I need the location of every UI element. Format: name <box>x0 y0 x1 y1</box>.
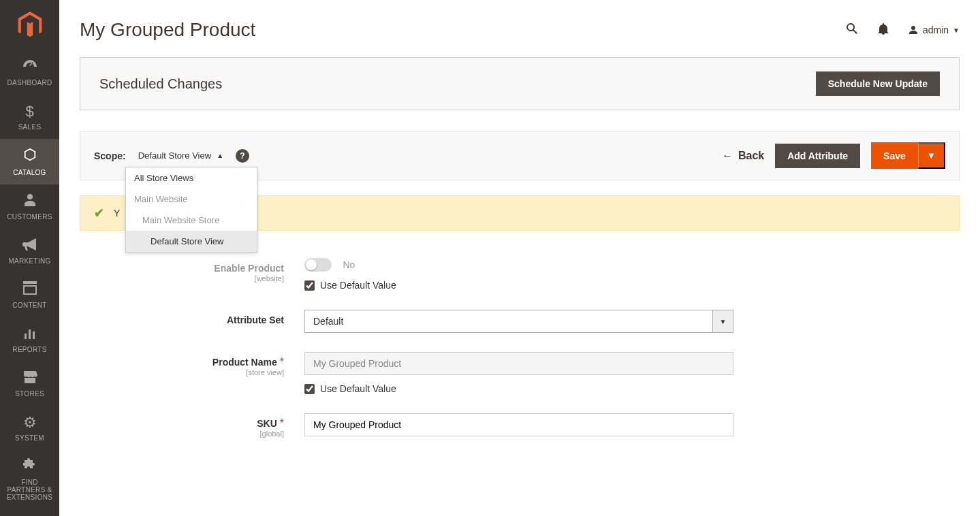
toolbar-right: ← Back Add Attribute Save ▼ <box>722 142 945 169</box>
check-icon: ✔ <box>94 206 104 221</box>
required-star: * <box>280 356 284 368</box>
person-icon <box>24 193 36 210</box>
admin-account-menu[interactable]: admin ▼ <box>908 25 960 35</box>
cube-icon <box>22 147 37 166</box>
scheduled-changes-panel: Scheduled Changes Schedule New Update <box>80 57 960 110</box>
enable-product-label: Enable Product <box>214 263 284 274</box>
attribute-set-label: Attribute Set <box>227 315 284 325</box>
sidebar-item-label: CATALOG <box>13 169 46 176</box>
use-default-label: Use Default Value <box>320 280 396 291</box>
sidebar-item-reports[interactable]: REPORTS <box>0 317 59 361</box>
scope-option-store: Main Website Store <box>126 210 257 231</box>
sidebar: DASHBOARD $ SALES CATALOG CUSTOMERS MARK… <box>0 0 59 457</box>
product-name-label: Product Name <box>212 357 277 368</box>
field-attribute-set: Attribute Set Default ▼ <box>80 310 829 333</box>
use-default-checkbox-enable[interactable] <box>304 280 315 291</box>
schedule-new-update-button[interactable]: Schedule New Update <box>816 71 940 96</box>
sidebar-item-sales[interactable]: $ SALES <box>0 95 59 139</box>
enable-product-value: No <box>343 259 355 270</box>
caret-down-icon: ▼ <box>927 150 936 161</box>
scope-switcher[interactable]: Default Store View ▲ <box>138 150 223 161</box>
caret-down-icon: ▼ <box>953 27 960 34</box>
megaphone-icon <box>22 237 37 255</box>
use-default-checkbox-name[interactable] <box>304 384 315 394</box>
save-dropdown-toggle[interactable]: ▼ <box>918 142 945 169</box>
use-default-row: Use Default Value <box>304 280 733 291</box>
message-text: Y <box>114 208 120 219</box>
layout-icon <box>23 281 37 299</box>
enable-product-scope: [website] <box>80 274 284 283</box>
sidebar-item-system[interactable]: ⚙ SYSTEM <box>0 406 59 450</box>
sku-input[interactable] <box>304 413 733 436</box>
sidebar-item-label: REPORTS <box>12 346 46 353</box>
save-button-group: Save ▼ <box>871 142 945 169</box>
admin-label: admin <box>923 25 949 35</box>
required-star: * <box>280 417 284 429</box>
product-name-scope: [store view] <box>80 368 284 376</box>
attribute-set-select[interactable]: Default ▼ <box>304 310 733 333</box>
sidebar-item-label: CUSTOMERS <box>7 213 52 221</box>
main-content: My Grouped Product admin ▼ Scheduled Cha… <box>59 0 980 438</box>
dashboard-icon <box>22 59 38 76</box>
product-form: Enable Product [website] No Use Default … <box>80 258 829 438</box>
sidebar-item-customers[interactable]: CUSTOMERS <box>0 184 59 229</box>
toolbar: Scope: Default Store View ▲ ? ← Back Add… <box>80 131 960 180</box>
sidebar-item-stores[interactable]: STORES <box>0 361 59 406</box>
sidebar-item-content[interactable]: CONTENT <box>0 273 59 317</box>
magento-logo-icon <box>18 12 42 39</box>
header-actions: admin ▼ <box>845 22 960 39</box>
bell-icon[interactable] <box>878 22 889 38</box>
back-label: Back <box>738 150 764 162</box>
magento-logo[interactable] <box>0 0 59 50</box>
sidebar-item-label: DASHBOARD <box>7 79 52 86</box>
sku-label: SKU <box>257 418 277 429</box>
enable-product-toggle[interactable] <box>304 258 332 272</box>
caret-up-icon: ▲ <box>217 152 223 159</box>
store-icon <box>22 370 37 387</box>
scope-option-website: Main Website <box>126 189 257 210</box>
scope-option-view[interactable]: Default Store View <box>126 231 257 252</box>
dollar-icon: $ <box>25 103 33 120</box>
sidebar-item-label: SYSTEM <box>15 434 44 442</box>
sidebar-item-label: MARKETING <box>8 257 50 265</box>
search-icon[interactable] <box>845 22 859 39</box>
scope-label: Scope: <box>94 150 126 161</box>
back-button[interactable]: ← Back <box>722 150 764 162</box>
sidebar-item-partners[interactable]: FIND PARTNERS & EXTENSIONS <box>0 450 59 457</box>
add-attribute-button[interactable]: Add Attribute <box>775 144 860 168</box>
field-sku: SKU* [global] <box>80 413 829 438</box>
page-title: My Grouped Product <box>80 19 255 41</box>
scope-value: Default Store View <box>138 150 211 161</box>
attribute-set-value: Default <box>304 310 713 333</box>
scope-option-all[interactable]: All Store Views <box>126 167 257 189</box>
page-header: My Grouped Product admin ▼ <box>80 0 960 57</box>
caret-down-icon: ▼ <box>713 310 733 333</box>
sidebar-item-label: SALES <box>18 123 42 131</box>
field-product-name: Product Name* [store view] Use Default V… <box>80 352 829 394</box>
sidebar-item-dashboard[interactable]: DASHBOARD <box>0 50 59 95</box>
field-enable-product: Enable Product [website] No Use Default … <box>80 258 829 291</box>
toolbar-left: Scope: Default Store View ▲ ? <box>94 149 249 163</box>
save-button[interactable]: Save <box>871 142 918 169</box>
product-name-input[interactable] <box>304 352 733 375</box>
use-default-label: Use Default Value <box>320 383 396 394</box>
sidebar-item-label: CONTENT <box>12 302 46 309</box>
scheduled-changes-title: Scheduled Changes <box>99 76 222 92</box>
use-default-row: Use Default Value <box>304 383 733 394</box>
bars-icon <box>23 325 37 343</box>
scope-dropdown: All Store Views Main Website Main Websit… <box>125 167 257 253</box>
help-icon[interactable]: ? <box>236 149 249 163</box>
sidebar-item-catalog[interactable]: CATALOG <box>0 139 59 184</box>
user-icon <box>908 25 919 35</box>
sku-scope: [global] <box>80 430 284 438</box>
sidebar-item-marketing[interactable]: MARKETING <box>0 229 59 273</box>
arrow-left-icon: ← <box>722 150 733 162</box>
sidebar-item-label: STORES <box>15 390 44 398</box>
gear-icon: ⚙ <box>23 414 37 432</box>
